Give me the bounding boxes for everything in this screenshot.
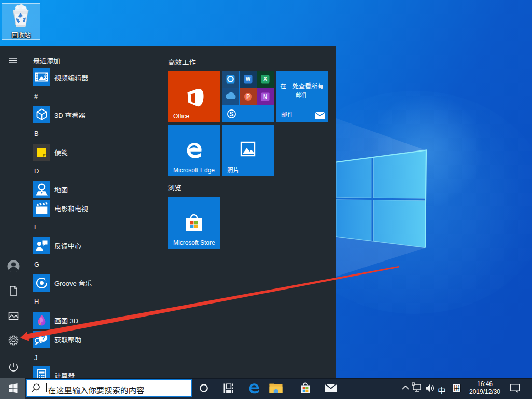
svg-text:?: ? (41, 335, 45, 342)
svg-text:N: N (263, 94, 267, 100)
svg-text:S: S (229, 111, 233, 118)
svg-text:W: W (245, 76, 250, 82)
svg-text:X: X (263, 76, 267, 82)
svg-text:P: P (246, 94, 250, 100)
